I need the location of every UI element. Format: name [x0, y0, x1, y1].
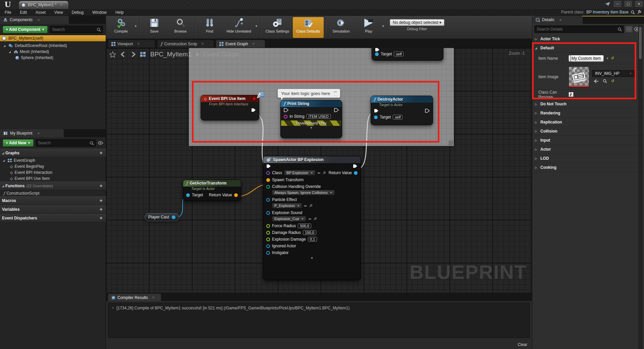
clear-button[interactable]: Clear: [518, 342, 527, 347]
use-selected-icon[interactable]: ⬅: [304, 204, 307, 208]
exec-out-pin[interactable]: [353, 164, 358, 168]
node-print-string[interactable]: ƒ Print String In String ITEM USED Devel…: [280, 100, 342, 138]
target-pin[interactable]: [375, 52, 379, 56]
add-graph-button[interactable]: ＋: [99, 150, 103, 156]
target-self-field[interactable]: self: [394, 52, 404, 56]
debug-object-dropdown[interactable]: No debug object selected ▾: [390, 19, 444, 26]
node-destroyactor[interactable]: ƒ DestroyActor Target is Actor Target se…: [371, 96, 433, 125]
exec-out-pin[interactable]: [334, 108, 339, 112]
save-button[interactable]: Save: [141, 17, 167, 38]
menu-help[interactable]: Help: [115, 10, 124, 15]
menu-debug[interactable]: Debug: [72, 10, 84, 15]
play-button[interactable]: Play: [356, 17, 382, 38]
node-destroyactor-top[interactable]: Target self: [372, 48, 443, 61]
hide-unrelated-caret[interactable]: ▼: [255, 24, 259, 28]
feedback-icon[interactable]: [604, 2, 610, 6]
functions-section-header[interactable]: ◢Functions (22 Overridable) ＋: [0, 182, 106, 190]
exec-in-pin[interactable]: [374, 109, 379, 113]
macros-section-header[interactable]: Macros ＋: [0, 196, 106, 205]
comment-bubble[interactable]: Your item logic goes here ⊶…: [278, 89, 340, 98]
exec-in-pin[interactable]: [266, 164, 271, 168]
component-row-defaultsceneroot[interactable]: ◢ DefaultSceneRoot (Inherited): [3, 43, 106, 49]
details-tab-close-icon[interactable]: ✕: [559, 18, 562, 22]
nav-back-icon[interactable]: [120, 52, 126, 57]
add-new-button[interactable]: + Add New ▼: [3, 139, 34, 147]
add-dispatcher-button[interactable]: ＋: [99, 215, 103, 221]
collision-handling-pin[interactable]: [266, 185, 270, 189]
browse-to-icon[interactable]: 🔎︎: [309, 204, 313, 208]
components-tab-close-icon[interactable]: ✕: [37, 18, 40, 22]
compile-button[interactable]: Compile: [108, 17, 134, 38]
component-row-mesh[interactable]: ◢ Mesh (Inherited): [3, 49, 106, 55]
collapse-arrow-icon[interactable]: ▼: [281, 126, 342, 131]
particle-effect-pin[interactable]: [266, 198, 270, 202]
compile-options-caret[interactable]: ▼: [134, 24, 138, 28]
exec-pin[interactable]: [375, 48, 380, 52]
graphs-section-header[interactable]: ◢Graphs ＋: [0, 149, 106, 157]
browse-to-icon[interactable]: 🔎︎: [313, 217, 317, 221]
details-tab[interactable]: i Details ✕: [532, 16, 583, 24]
eventgraph-row[interactable]: ◢ EventGraph: [0, 157, 106, 163]
target-self-field[interactable]: self: [393, 115, 402, 119]
nav-forward-icon[interactable]: [130, 52, 136, 57]
expand-caret-icon[interactable]: ◢: [3, 44, 7, 47]
explosion-sound-pin[interactable]: [266, 211, 270, 215]
exec-out-pin[interactable]: [425, 109, 430, 113]
blueprint-search-input[interactable]: [36, 139, 96, 147]
tab-construction-script[interactable]: ƒ Construction Scrip✕: [157, 40, 214, 48]
category-input[interactable]: ▷Input: [532, 136, 644, 145]
menu-view[interactable]: View: [54, 10, 63, 15]
force-radius-field[interactable]: 500,0: [298, 223, 311, 228]
class-dropdown[interactable]: BP Explosion▼: [284, 170, 315, 176]
collapse-arrow-icon[interactable]: ▼: [263, 256, 361, 261]
find-parent-icon[interactable]: [631, 10, 635, 14]
force-radius-pin[interactable]: [266, 224, 270, 228]
bubble-pin-icon[interactable]: ⊶…: [333, 90, 337, 96]
node-getactortransform[interactable]: ƒ GetActorTransform Target is Actor Targ…: [183, 180, 241, 201]
exec-out-pin[interactable]: [251, 108, 256, 112]
collision-handling-dropdown[interactable]: Always Spawn, Ignore Collisions▼: [272, 190, 335, 195]
tab-close-icon[interactable]: ✕: [252, 42, 255, 46]
browse-to-icon[interactable]: 🔎︎: [322, 171, 326, 175]
menu-file[interactable]: File: [5, 10, 11, 15]
category-rendering[interactable]: ▷Rendering: [532, 109, 644, 118]
add-macro-button[interactable]: ＋: [99, 198, 103, 204]
damage-radius-pin[interactable]: [266, 231, 270, 235]
category-do-not-touch[interactable]: ▷Do Not Touch: [532, 100, 644, 109]
spawn-transform-pin[interactable]: [266, 178, 270, 182]
exec-in-pin[interactable]: [284, 108, 288, 112]
tab-close-icon[interactable]: ✕: [201, 42, 204, 46]
class-defaults-button[interactable]: Class Defaults: [293, 17, 324, 38]
tab-close-icon[interactable]: ✕: [137, 42, 140, 46]
tab-event-graph[interactable]: Event Graph✕: [216, 40, 265, 48]
find-button[interactable]: Find: [197, 17, 223, 38]
event-bpi-use-item-row[interactable]: ◇ Event BPI Use Item: [0, 176, 106, 182]
node-player-cast[interactable]: Player Cast: [145, 213, 179, 221]
asset-tab-close-icon[interactable]: ✕: [60, 3, 63, 7]
event-beginplay-row[interactable]: ◇ Event BeginPlay: [0, 163, 106, 169]
category-actor[interactable]: ▷Actor: [532, 145, 644, 154]
explosion-damage-pin[interactable]: [266, 238, 270, 241]
target-pin[interactable]: [186, 193, 190, 197]
construction-script-row[interactable]: ƒ ConstructionScript: [0, 190, 106, 196]
player-cast-output-pin[interactable]: [172, 215, 175, 219]
component-root-row[interactable]: BPC_MyItem1(self): [0, 35, 106, 41]
category-lod[interactable]: ▷LOD: [532, 154, 644, 163]
edit-parent-icon[interactable]: [637, 10, 641, 14]
compiler-results-tab[interactable]: Compiler Results✕: [108, 293, 161, 302]
component-row-sphere[interactable]: Sphere (Inherited): [3, 55, 106, 61]
add-function-button[interactable]: ＋: [99, 183, 103, 189]
maximize-button[interactable]: ▢: [625, 1, 632, 7]
simulation-button[interactable]: Simulation: [327, 17, 356, 38]
category-replication[interactable]: ▷Replication: [532, 118, 644, 127]
use-selected-icon[interactable]: ⬅: [317, 171, 320, 175]
my-blueprint-tab[interactable]: My Blueprint ✕: [0, 129, 64, 137]
event-bpi-interaction-row[interactable]: ◇ Event BPI Interaction: [0, 169, 106, 176]
particle-effect-dropdown[interactable]: P_Explosion▼: [272, 203, 302, 208]
favorite-star-icon[interactable]: [109, 51, 116, 58]
visibility-filter-icon[interactable]: [98, 141, 103, 145]
close-button[interactable]: ✕: [635, 1, 643, 7]
node-event-bpi-use-item[interactable]: ◇ Event BPI Use Item From BPI Item Inter…: [201, 95, 259, 120]
use-selected-icon[interactable]: ⬅: [308, 217, 311, 221]
compiler-message-row[interactable]: • [1734,26] Compile of BPC_MyItem1 succe…: [108, 303, 530, 313]
